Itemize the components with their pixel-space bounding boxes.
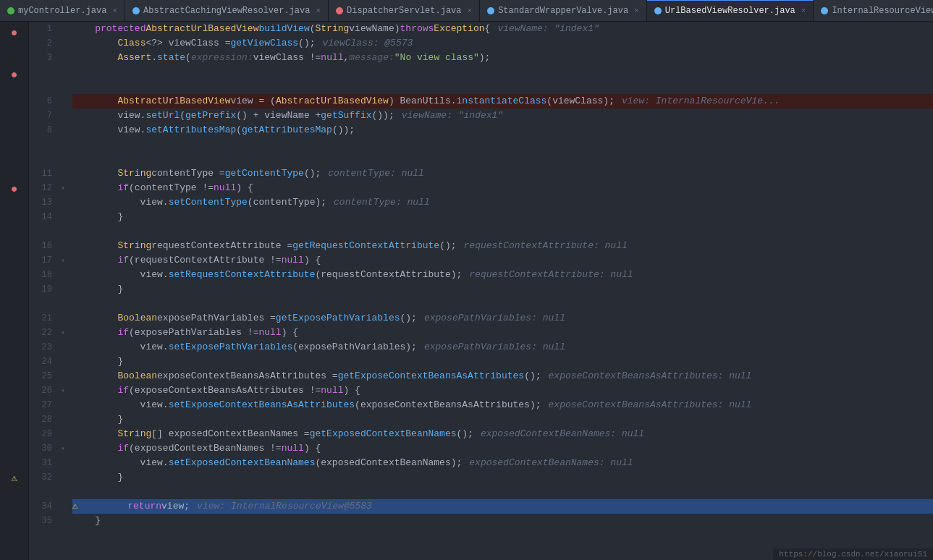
tab-abstractcaching[interactable]: AbstractCachingViewResolver.java × — [125, 0, 329, 21]
code-line-17: if (requestContextAttribute != null ) { — [72, 253, 933, 268]
code-line-28: } — [72, 412, 933, 427]
code-line-8: view. setAttributesMap ( getAttributesMa… — [72, 123, 933, 137]
code-line-3: Assert . state ( expression: viewClass !… — [72, 51, 933, 65]
code-line-2: Class <?> viewClass = getViewClass (); v… — [72, 36, 933, 51]
code-line-blank4 — [72, 152, 933, 166]
bottom-url-bar: https://blog.csdn.net/xiaorui51 — [773, 548, 933, 560]
tab-file-icon — [654, 7, 662, 14]
fold-gutter: ▾ ▾ ▾ ▾ ▾ — [58, 22, 68, 560]
close-icon[interactable]: × — [316, 7, 321, 15]
tab-mycontroller[interactable]: myController.java × — [0, 0, 125, 21]
tab-file-icon — [132, 7, 140, 14]
code-line-blank5 — [72, 224, 933, 239]
code-line-blank7 — [72, 485, 933, 499]
sidebar-debug-icon[interactable]: ● — [7, 25, 22, 41]
code-line-23: view. setExposePathVariables (exposePath… — [72, 340, 933, 355]
tab-file-icon — [336, 7, 343, 14]
code-line-25: Boolean exposeContextBeansAsAttributes =… — [72, 369, 933, 383]
editor-container: ● ● ● ⚠ 1 2 3 6 7 8 11 12 13 14 16 17 — [0, 22, 933, 560]
code-line-16: String requestContextAttribute = getRequ… — [72, 239, 933, 253]
close-icon[interactable]: × — [801, 7, 806, 15]
tab-label: AbstractCachingViewResolver.java — [143, 6, 310, 16]
code-content: protected AbstractUrlBasedView buildView… — [68, 22, 933, 560]
code-line-18: view. setRequestContextAttribute (reques… — [72, 268, 933, 282]
code-line-31: view. setExposedContextBeanNames (expose… — [72, 456, 933, 470]
code-line-27: view. setExposeContextBeansAsAttributes … — [72, 398, 933, 412]
tab-label: UrlBasedViewResolver.java — [665, 6, 795, 16]
tab-urlbasedviewresolver[interactable]: UrlBasedViewResolver.java × — [647, 0, 814, 21]
code-line-21: Boolean exposePathVariables = getExposeP… — [72, 311, 933, 326]
code-line-30: if (exposedContextBeanNames != null ) { — [72, 441, 933, 456]
code-line-19: } — [72, 282, 933, 297]
sidebar-breakpoint-icon[interactable]: ● — [7, 67, 22, 83]
code-line-11: String contentType = getContentType (); … — [72, 166, 933, 181]
code-line-blank6 — [72, 297, 933, 311]
code-line-14: } — [72, 210, 933, 224]
code-line-35: } — [72, 514, 933, 528]
code-line-32: } — [72, 470, 933, 485]
code-area: 1 2 3 6 7 8 11 12 13 14 16 17 18 19 21 2… — [29, 22, 933, 560]
tab-bar: myController.java × AbstractCachingViewR… — [0, 0, 933, 22]
tab-label: DispatcherServlet.java — [347, 6, 461, 16]
tab-internalresource[interactable]: InternalResourceViewResolver.java × — [814, 0, 933, 21]
code-line-24: } — [72, 355, 933, 369]
warning-icon: ⚠ — [72, 499, 78, 514]
tab-label: myController.java — [18, 6, 106, 16]
tab-file-icon — [7, 7, 14, 14]
tab-standardwrapper[interactable]: StandardWrapperValve.java × — [480, 0, 647, 21]
close-icon[interactable]: × — [468, 7, 473, 15]
code-line-29: String [] exposedContextBeanNames = getE… — [72, 427, 933, 441]
tab-label: StandardWrapperValve.java — [498, 6, 628, 16]
code-line-7: view. setUrl ( getPrefix () + viewName +… — [72, 109, 933, 123]
tab-file-icon — [821, 7, 828, 14]
code-line-22: if (exposePathVariables != null ) { — [72, 326, 933, 340]
left-sidebar: ● ● ● ⚠ — [0, 22, 29, 560]
sidebar-warn-icon: ⚠ — [7, 470, 22, 485]
tab-label: InternalResourceViewResolver.java — [832, 6, 933, 16]
code-line-26: if (exposeContextBeansAsAttributes != nu… — [72, 383, 933, 398]
close-icon[interactable]: × — [634, 7, 639, 15]
code-line-6: AbstractUrlBasedView view = ( AbstractUr… — [72, 94, 933, 109]
sidebar-breakpoint-2-icon[interactable]: ● — [7, 182, 22, 198]
line-numbers: 1 2 3 6 7 8 11 12 13 14 16 17 18 19 21 2… — [29, 22, 58, 560]
code-line-13: view. setContentType (contentType); cont… — [72, 195, 933, 210]
close-icon[interactable]: × — [112, 7, 117, 15]
code-line-blank2 — [72, 80, 933, 94]
url-label: https://blog.csdn.net/xiaorui51 — [779, 550, 927, 559]
code-line-34: ⚠ return view; view: InternalResourceVie… — [72, 499, 933, 514]
code-line-blank1 — [72, 65, 933, 80]
tab-file-icon — [487, 7, 494, 14]
tab-dispatcherservlet[interactable]: DispatcherServlet.java × — [329, 0, 480, 21]
code-line-1: protected AbstractUrlBasedView buildView… — [72, 22, 933, 36]
code-line-12: if (contentType != null ) { — [72, 181, 933, 195]
code-line-blank3 — [72, 137, 933, 152]
